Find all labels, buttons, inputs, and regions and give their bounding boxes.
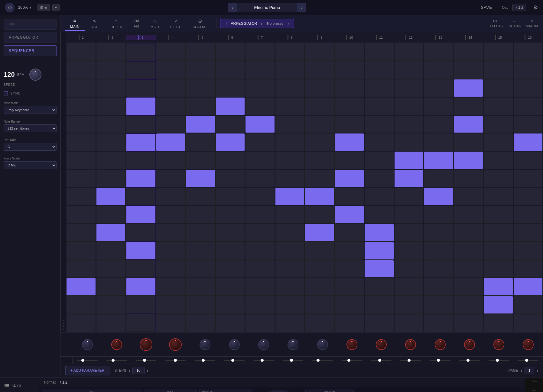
seq-cell-6-6[interactable]: [216, 133, 245, 151]
step-slider-9[interactable]: [312, 360, 333, 361]
seq-cell-3-14[interactable]: [126, 278, 155, 296]
seq-cell-11-11[interactable]: [365, 224, 394, 242]
seq-cell-13-12[interactable]: [424, 242, 453, 260]
seq-cell-4-15[interactable]: [156, 296, 185, 314]
step-knob-13[interactable]: [435, 339, 446, 350]
seq-cell-12-14[interactable]: [395, 278, 424, 296]
arpeggiator-tab[interactable]: ⁙ ARPEGGIATOR ‹ No preset ›: [220, 19, 294, 28]
seq-cell-1-2[interactable]: [67, 61, 96, 79]
seq-cell-3-4[interactable]: [126, 98, 155, 115]
seq-cell-10-12[interactable]: [335, 242, 364, 260]
seq-cell-12-6[interactable]: [395, 133, 424, 151]
step-slider-10[interactable]: [342, 360, 362, 361]
seq-cell-16-10[interactable]: [514, 206, 543, 223]
seq-cell-11-3[interactable]: [365, 79, 394, 97]
seq-cell-15-16[interactable]: [484, 314, 513, 332]
seq-cell-14-5[interactable]: [454, 116, 483, 133]
tab-fm[interactable]: FM FM: [128, 17, 145, 30]
seq-cell-11-1[interactable]: [365, 43, 394, 61]
seq-cell-6-12[interactable]: [216, 242, 245, 260]
seq-cell-6-2[interactable]: [216, 61, 245, 79]
seq-cell-3-6[interactable]: [126, 134, 155, 151]
seq-cell-15-1[interactable]: [484, 43, 513, 61]
seq-cell-16-6[interactable]: [514, 133, 543, 151]
seq-cell-14-4[interactable]: [454, 98, 483, 115]
seq-cell-16-16[interactable]: [514, 314, 543, 332]
seq-cell-4-6[interactable]: [156, 133, 185, 151]
seq-cell-3-7[interactable]: [126, 152, 155, 169]
seq-cell-3-3[interactable]: [126, 80, 155, 97]
seq-cell-16-5[interactable]: [514, 116, 543, 133]
seq-cell-11-7[interactable]: [365, 152, 394, 169]
step-slider-8[interactable]: [283, 360, 303, 361]
seq-cell-6-5[interactable]: [216, 116, 245, 133]
seq-cell-4-2[interactable]: [156, 61, 185, 79]
seq-cell-2-11[interactable]: [96, 224, 125, 242]
seq-cell-8-14[interactable]: [275, 278, 304, 296]
seq-cell-7-14[interactable]: [245, 278, 275, 296]
seq-cell-6-14[interactable]: [216, 278, 245, 296]
step-header-9[interactable]: 9: [305, 35, 335, 40]
seq-cell-11-10[interactable]: [365, 206, 394, 223]
seq-cell-5-10[interactable]: [186, 206, 215, 223]
seq-cell-16-1[interactable]: [514, 43, 543, 61]
seq-cell-6-9[interactable]: [216, 188, 245, 205]
seq-cell-10-1[interactable]: [335, 43, 364, 61]
step-knob-6[interactable]: [229, 339, 240, 350]
seq-cell-14-12[interactable]: [454, 242, 483, 260]
seq-cell-14-11[interactable]: [454, 224, 483, 242]
seq-cell-16-9[interactable]: [514, 188, 543, 205]
seq-cell-14-15[interactable]: [454, 296, 483, 314]
seq-cell-10-9[interactable]: [335, 188, 364, 205]
seq-cell-2-10[interactable]: [96, 206, 125, 223]
save-button[interactable]: SAVE: [481, 5, 492, 10]
seq-cell-9-13[interactable]: [305, 260, 334, 278]
seq-cell-6-11[interactable]: [216, 224, 245, 242]
step-knob-12[interactable]: [405, 339, 416, 350]
seq-cell-15-6[interactable]: [484, 133, 513, 151]
seq-cell-15-8[interactable]: [484, 170, 513, 187]
seq-cell-5-3[interactable]: [186, 79, 215, 97]
step-knob-1[interactable]: [82, 339, 93, 350]
seq-cell-8-8[interactable]: [275, 170, 304, 187]
step-header-15[interactable]: 15: [483, 35, 513, 40]
seq-cell-5-2[interactable]: [186, 61, 215, 79]
seq-cell-4-10[interactable]: [156, 206, 185, 223]
seq-cell-6-16[interactable]: [216, 314, 245, 332]
seq-cell-11-8[interactable]: [365, 170, 394, 187]
seq-cell-13-2[interactable]: [424, 61, 453, 79]
seq-cell-2-13[interactable]: [96, 260, 125, 278]
seq-cell-10-13[interactable]: [335, 260, 364, 278]
seq-cell-12-12[interactable]: [395, 242, 424, 260]
seq-cell-5-14[interactable]: [186, 278, 215, 296]
seq-cell-8-12[interactable]: [275, 242, 304, 260]
seq-cell-2-1[interactable]: [96, 43, 125, 61]
seq-cell-7-9[interactable]: [245, 188, 275, 205]
seq-cell-5-5[interactable]: [186, 116, 215, 133]
seq-cell-7-13[interactable]: [245, 260, 275, 278]
step-slider-2[interactable]: [106, 360, 127, 361]
step-header-7[interactable]: 7: [245, 35, 275, 40]
add-parameter-button[interactable]: + ADD PARAMETER: [65, 366, 109, 375]
seq-cell-16-4[interactable]: [514, 98, 543, 115]
seq-cell-1-6[interactable]: [67, 133, 96, 151]
seq-cell-14-7[interactable]: [454, 152, 483, 169]
seq-cell-4-14[interactable]: [156, 278, 185, 296]
seq-cell-16-8[interactable]: [514, 170, 543, 187]
arpeggiator-button[interactable]: ARPEGGIATOR: [4, 32, 57, 43]
seq-cell-6-15[interactable]: [216, 296, 245, 314]
seq-cell-15-5[interactable]: [484, 116, 513, 133]
seq-cell-1-9[interactable]: [67, 188, 96, 205]
seq-cell-3-5[interactable]: [126, 116, 155, 133]
steps-prev-button[interactable]: ‹: [129, 368, 130, 373]
seq-cell-13-1[interactable]: [424, 43, 453, 61]
seq-cell-5-11[interactable]: [186, 224, 215, 242]
spatial-view-hex[interactable]: FRONT TOP: [305, 390, 354, 392]
step-header-5[interactable]: 5: [186, 35, 216, 40]
logo-button[interactable]: ⊙: [5, 3, 15, 12]
seq-cell-8-6[interactable]: [275, 133, 304, 151]
seq-cell-8-10[interactable]: [275, 206, 304, 223]
seq-cell-7-16[interactable]: [245, 314, 275, 332]
seq-cell-8-16[interactable]: [275, 314, 304, 332]
step-header-3[interactable]: 3: [126, 35, 156, 40]
